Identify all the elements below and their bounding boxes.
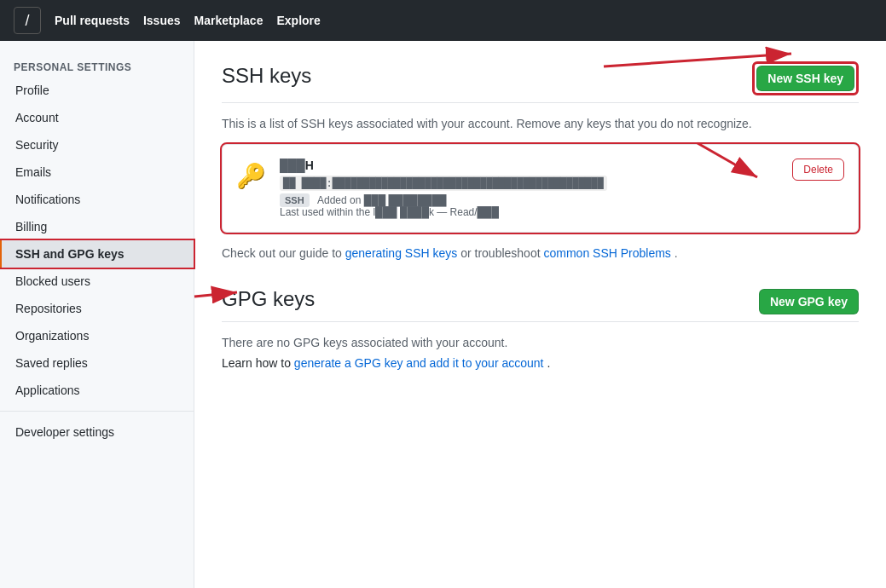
nav-explore[interactable]: Explore [276,14,320,27]
key-icon: 🔑 [236,162,266,190]
sidebar-item-blocked-users[interactable]: Blocked users [0,268,194,295]
generating-ssh-keys-link[interactable]: generating SSH keys [345,246,458,260]
key-fingerprint: ██ ████:████████████████████████████████… [280,176,607,191]
sidebar-item-ssh-gpg-keys[interactable]: SSH and GPG keys [0,240,194,268]
no-gpg-keys-text: There are no GPG keys associated with yo… [222,336,859,349]
key-meta-added: SSH Added on ███ ████████ [280,194,779,206]
sidebar-item-developer-settings[interactable]: Developer settings [0,418,194,446]
key-meta-used: Last used within the l███ ████k — Read/█… [280,206,779,218]
sidebar-item-billing[interactable]: Billing [0,213,194,240]
sidebar-item-organizations[interactable]: Organizations [0,322,194,349]
nav-marketplace[interactable]: Marketplace [194,14,263,27]
sidebar-item-saved-replies[interactable]: Saved replies [0,349,194,377]
new-gpg-key-button[interactable]: New GPG key [759,289,859,314]
github-logo[interactable]: / [14,7,41,34]
generate-gpg-key-link[interactable]: generate a GPG key and add it to your ac… [294,356,544,370]
page-layout: Personal settings Profile Account Securi… [0,41,886,588]
common-ssh-problems-link[interactable]: common SSH Problems [543,246,670,260]
nav-pull-requests[interactable]: Pull requests [55,14,130,27]
sidebar-item-profile[interactable]: Profile [0,77,194,104]
ssh-section-title: SSH keys [222,64,311,88]
delete-key-button[interactable]: Delete [792,159,844,181]
ssh-description: This is a list of SSH keys associated wi… [222,117,859,130]
gpg-section-header-row: GPG keys New GPG key [222,287,859,322]
top-navigation: / Pull requests Issues Marketplace Explo… [0,0,886,41]
key-title: ███H [280,159,779,172]
sidebar-item-notifications[interactable]: Notifications [0,186,194,213]
sidebar-item-security[interactable]: Security [0,131,194,159]
ssh-key-card: 🔑 ███H ██ ████:█████████████████████████… [222,144,859,233]
sidebar-header: Personal settings [0,55,194,77]
gpg-section-title: GPG keys [222,287,315,311]
gpg-learn-text: Learn how to generate a GPG key and add … [222,356,859,370]
new-ssh-key-highlight: New SSH key [752,61,859,95]
key-actions: Delete [792,159,844,181]
gpg-section: GPG keys New GPG key There are no GPG ke… [222,287,859,370]
main-content: SSH keys New SSH key This is a list of S… [194,41,886,588]
ssh-section-header-row: SSH keys New SSH key [222,61,859,103]
sidebar-item-repositories[interactable]: Repositories [0,295,194,322]
sidebar-item-account[interactable]: Account [0,104,194,131]
ssh-section: SSH keys New SSH key This is a list of S… [222,61,859,260]
new-ssh-key-button[interactable]: New SSH key [756,66,854,91]
sidebar-item-applications[interactable]: Applications [0,377,194,404]
ssh-guide-text: Check out our guide to generating SSH ke… [222,246,859,260]
key-info: ███H ██ ████:███████████████████████████… [280,159,779,218]
sidebar-item-emails[interactable]: Emails [0,159,194,186]
sidebar: Personal settings Profile Account Securi… [0,41,194,588]
nav-issues[interactable]: Issues [143,14,181,27]
sidebar-divider [0,411,194,412]
